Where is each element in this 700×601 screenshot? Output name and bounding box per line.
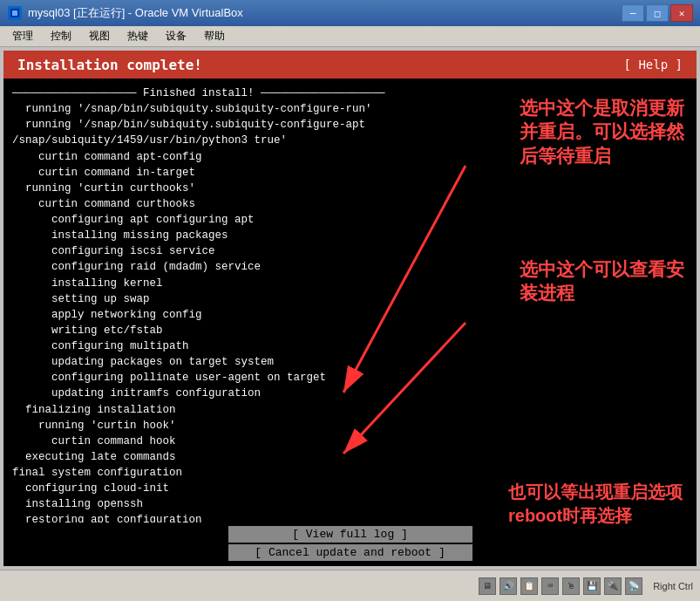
- status-bar: 🖥 🔊 📋 ⌨ 🖱 💾 🔌 📡 Right Ctrl: [0, 570, 700, 601]
- status-icon-4: ⌨: [541, 577, 559, 595]
- menu-bar: 管理 控制 视图 热键 设备 帮助: [0, 26, 700, 47]
- menu-hotkey[interactable]: 热键: [119, 27, 157, 45]
- title-bar: mysql03 [正在运行] - Oracle VM VirtualBox ─ …: [0, 0, 700, 26]
- annotation-bottom: 也可以等出现重启选项reboot时再选择: [508, 481, 683, 528]
- menu-manage[interactable]: 管理: [3, 27, 42, 45]
- status-icon-3: 📋: [520, 577, 538, 595]
- annotation-middle: 选中这个可以查看安装进程: [520, 257, 690, 305]
- vm-screen: Installation complete! [ Help ] ────────…: [3, 51, 697, 566]
- status-icon-1: 🖥: [479, 577, 496, 595]
- menu-help[interactable]: 帮助: [195, 27, 234, 45]
- installation-status: Installation complete!: [17, 57, 202, 73]
- close-button[interactable]: ✕: [670, 4, 693, 22]
- maximize-button[interactable]: □: [646, 4, 669, 22]
- bottom-menu: [ View full log ] [ Cancel update and re…: [3, 522, 697, 566]
- annotation-top: 选中这个是取消更新并重启。可以选择然后等待重启: [520, 96, 690, 167]
- menu-control[interactable]: 控制: [42, 27, 80, 45]
- window-title: mysql03 [正在运行] - Oracle VM VirtualBox: [28, 5, 622, 21]
- minimize-button[interactable]: ─: [622, 4, 644, 22]
- help-label: [ Help ]: [624, 58, 683, 72]
- installation-complete-bar: Installation complete! [ Help ]: [3, 51, 697, 79]
- status-icon-8: 📡: [625, 577, 642, 595]
- svg-rect-2: [12, 10, 17, 16]
- status-icon-5: 🖱: [562, 577, 580, 595]
- window-controls: ─ □ ✕: [622, 4, 693, 22]
- status-icon-6: 💾: [583, 577, 601, 595]
- app-icon: [7, 5, 23, 21]
- view-full-log-button[interactable]: [ View full log ]: [228, 526, 472, 543]
- menu-view[interactable]: 视图: [80, 27, 119, 45]
- right-ctrl-label: Right Ctrl: [653, 581, 693, 591]
- console-area: ─────────────────── Finished install! ──…: [3, 79, 697, 522]
- cancel-update-reboot-button[interactable]: [ Cancel update and reboot ]: [228, 544, 472, 561]
- menu-devices[interactable]: 设备: [157, 27, 195, 45]
- status-icon-2: 🔊: [500, 577, 517, 595]
- status-icon-7: 🔌: [604, 577, 622, 595]
